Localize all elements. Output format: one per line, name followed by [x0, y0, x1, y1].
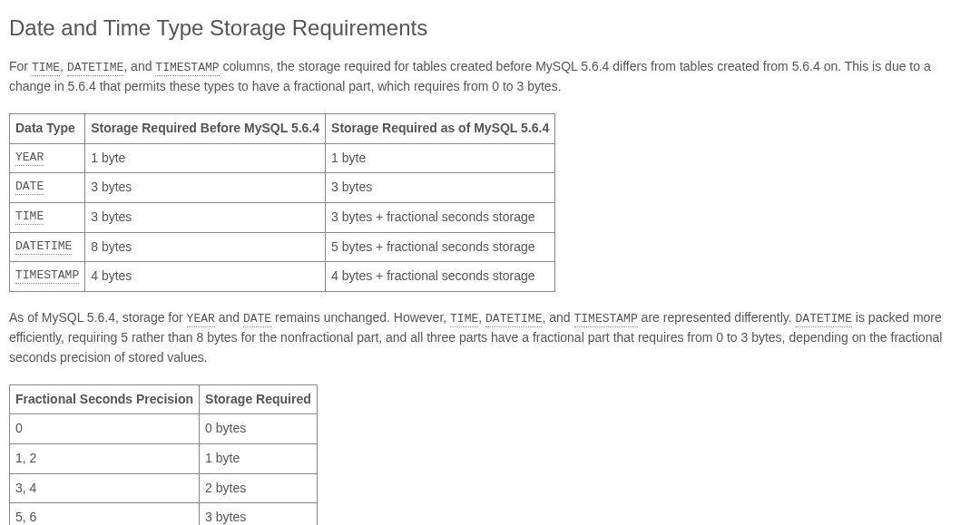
- col-storage: Storage Required: [200, 384, 318, 414]
- text: As of MySQL 5.6.4, storage for: [9, 310, 187, 325]
- cell-before: 4 bytes: [85, 262, 326, 292]
- code-literal[interactable]: TIMESTAMP: [155, 61, 219, 76]
- cell-before: 3 bytes: [85, 203, 326, 233]
- code-literal[interactable]: DATETIME: [796, 312, 852, 327]
- text: ,: [60, 59, 67, 73]
- cell-type: TIMESTAMP: [10, 262, 85, 292]
- table-row: TIMESTAMP 4 bytes 4 bytes + fractional s…: [10, 262, 555, 292]
- table-row: TIME 3 bytes 3 bytes + fractional second…: [10, 203, 555, 233]
- cell-storage: 2 bytes: [200, 473, 318, 503]
- storage-requirements-table: Data Type Storage Required Before MySQL …: [9, 113, 555, 292]
- col-before: Storage Required Before MySQL 5.6.4: [85, 114, 326, 144]
- table-row: 1, 2 1 byte: [10, 444, 318, 474]
- cell-type: TIME: [10, 203, 85, 233]
- cell-precision: 5, 6: [10, 503, 200, 525]
- table-header-row: Data Type Storage Required Before MySQL …: [10, 114, 555, 144]
- section-heading: Date and Time Type Storage Requirements: [9, 11, 971, 44]
- text: and: [215, 310, 243, 325]
- cell-after: 5 bytes + fractional seconds storage: [326, 232, 555, 262]
- cell-storage: 1 byte: [200, 444, 318, 474]
- code-literal[interactable]: YEAR: [15, 151, 44, 166]
- code-literal[interactable]: DATETIME: [67, 61, 123, 76]
- code-literal[interactable]: DATETIME: [15, 239, 72, 255]
- table-row: 5, 6 3 bytes: [10, 503, 318, 525]
- cell-before: 3 bytes: [85, 173, 326, 203]
- mid-paragraph: As of MySQL 5.6.4, storage for YEAR and …: [9, 308, 971, 368]
- text: remains unchanged. However,: [271, 310, 450, 325]
- cell-storage: 0 bytes: [200, 414, 318, 444]
- col-after: Storage Required as of MySQL 5.6.4: [326, 114, 555, 144]
- code-literal[interactable]: TIME: [32, 61, 60, 76]
- code-literal[interactable]: TIMESTAMP: [574, 312, 638, 327]
- code-literal[interactable]: TIME: [15, 209, 44, 225]
- table-row: 0 0 bytes: [10, 414, 318, 444]
- text: , and: [542, 310, 573, 325]
- cell-after: 4 bytes + fractional seconds storage: [326, 262, 555, 292]
- cell-type: YEAR: [10, 143, 85, 173]
- text: are represented differently.: [638, 310, 796, 325]
- code-literal[interactable]: TIMESTAMP: [15, 268, 79, 284]
- cell-precision: 0: [10, 414, 200, 444]
- table-row: YEAR 1 byte 1 byte: [10, 143, 555, 173]
- table-row: DATETIME 8 bytes 5 bytes + fractional se…: [10, 232, 555, 262]
- cell-type: DATE: [10, 173, 85, 203]
- col-data-type: Data Type: [10, 114, 85, 144]
- col-precision: Fractional Seconds Precision: [10, 384, 200, 414]
- cell-after: 3 bytes: [326, 173, 555, 203]
- table-row: 3, 4 2 bytes: [10, 473, 318, 503]
- cell-before: 8 bytes: [85, 232, 326, 262]
- code-literal[interactable]: YEAR: [187, 312, 215, 327]
- cell-after: 3 bytes + fractional seconds storage: [326, 203, 555, 233]
- code-literal[interactable]: DATE: [15, 180, 44, 195]
- code-literal[interactable]: DATETIME: [485, 312, 542, 327]
- text: ,: [478, 310, 485, 325]
- text: , and: [123, 59, 155, 73]
- code-literal[interactable]: DATE: [243, 312, 271, 327]
- cell-precision: 1, 2: [10, 444, 200, 474]
- fractional-seconds-table: Fractional Seconds Precision Storage Req…: [9, 384, 318, 525]
- cell-precision: 3, 4: [10, 473, 200, 503]
- table-row: DATE 3 bytes 3 bytes: [10, 173, 555, 203]
- cell-before: 1 byte: [85, 143, 326, 173]
- text: For: [9, 59, 32, 73]
- table-header-row: Fractional Seconds Precision Storage Req…: [10, 384, 318, 414]
- cell-type: DATETIME: [10, 232, 85, 262]
- intro-paragraph: For TIME, DATETIME, and TIMESTAMP column…: [9, 57, 971, 97]
- cell-after: 1 byte: [326, 143, 555, 173]
- cell-storage: 3 bytes: [200, 503, 318, 525]
- code-literal[interactable]: TIME: [450, 312, 478, 327]
